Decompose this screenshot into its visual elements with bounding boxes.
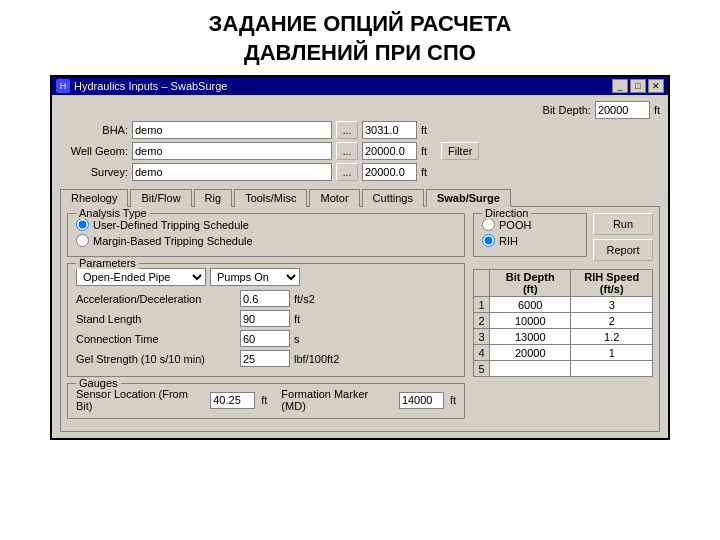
formation-label: Formation Marker (MD)	[281, 388, 393, 412]
radio-user-defined[interactable]	[76, 218, 89, 231]
table-bit-depth-cell[interactable]	[490, 329, 571, 345]
window-icon: H	[56, 79, 70, 93]
sensor-unit: ft	[261, 394, 267, 406]
stand-unit: ft	[294, 313, 334, 325]
table-bit-depth-cell[interactable]	[490, 345, 571, 361]
direction-label: Direction	[482, 207, 531, 219]
bha-browse-button[interactable]: ...	[336, 121, 358, 139]
bha-unit: ft	[421, 124, 437, 136]
radio-rih-row: RIH	[482, 234, 578, 247]
radio-user-defined-label: User-Defined Tripping Schedule	[93, 219, 249, 231]
filter-button[interactable]: Filter	[441, 142, 479, 160]
bit-depth-label: Bit Depth:	[543, 104, 591, 116]
table-depth-input[interactable]	[503, 347, 558, 359]
tab-columns: Analysis Type User-Defined Tripping Sche…	[67, 213, 653, 425]
analysis-type-label: Analysis Type	[76, 207, 150, 219]
table-depth-input[interactable]	[503, 315, 558, 327]
accel-input[interactable]	[240, 290, 290, 307]
radio-pooh-row: POOH	[482, 218, 578, 231]
table-row: 1	[474, 297, 653, 313]
table-row-num: 1	[474, 297, 490, 313]
table-speed-input[interactable]	[592, 347, 632, 359]
well-geom-label: Well Geom:	[60, 145, 128, 157]
table-speed-cell[interactable]	[571, 313, 653, 329]
bit-depth-input[interactable]	[595, 101, 650, 119]
page-title: ЗАДАНИЕ ОПЦИЙ РАСЧЕТА ДАВЛЕНИЙ ПРИ СПО	[0, 10, 720, 67]
tabs-bar: Rheology Bit/Flow Rig Tools/Misc Motor C…	[60, 189, 660, 207]
table-bit-depth-cell[interactable]	[490, 361, 571, 377]
table-bit-depth-cell[interactable]	[490, 313, 571, 329]
survey-browse-button[interactable]: ...	[336, 163, 358, 181]
table-speed-input[interactable]	[592, 331, 632, 343]
radio-user-defined-row: User-Defined Tripping Schedule	[76, 218, 456, 231]
pipe-pumps-row: Open-Ended PipeClosed Pipe Pumps OnPumps…	[76, 268, 456, 286]
well-geom-input[interactable]	[132, 142, 332, 160]
table-speed-cell[interactable]	[571, 329, 653, 345]
run-button[interactable]: Run	[593, 213, 653, 235]
survey-input[interactable]	[132, 163, 332, 181]
gel-unit: lbf/100ft2	[294, 353, 339, 365]
tab-swab-surge[interactable]: Swab/Surge	[426, 189, 511, 207]
radio-margin-based-label: Margin-Based Tripping Schedule	[93, 235, 253, 247]
titlebar-controls[interactable]: _ □ ✕	[612, 79, 664, 93]
table-speed-cell[interactable]	[571, 361, 653, 377]
radio-pooh-label: POOH	[499, 219, 531, 231]
conn-input[interactable]	[240, 330, 290, 347]
table-row: 2	[474, 313, 653, 329]
table-row: 3	[474, 329, 653, 345]
tab-cuttings[interactable]: Cuttings	[362, 189, 424, 207]
accel-label: Acceleration/Deceleration	[76, 293, 236, 305]
stand-row: Stand Length ft	[76, 310, 456, 327]
well-geom-depth-input[interactable]	[362, 142, 417, 160]
table-row-num-header	[474, 270, 490, 297]
tab-bitflow[interactable]: Bit/Flow	[130, 189, 191, 207]
analysis-type-group: Analysis Type User-Defined Tripping Sche…	[67, 213, 465, 257]
tab-motor[interactable]: Motor	[309, 189, 359, 207]
conn-unit: s	[294, 333, 334, 345]
parameters-group: Parameters Open-Ended PipeClosed Pipe Pu…	[67, 263, 465, 377]
window-title: Hydraulics Inputs – SwabSurge	[74, 80, 227, 92]
formation-input[interactable]	[399, 392, 444, 409]
well-geom-browse-button[interactable]: ...	[336, 142, 358, 160]
survey-row: Survey: ... ft	[60, 163, 660, 181]
sensor-input[interactable]	[210, 392, 255, 409]
tab-tools-misc[interactable]: Tools/Misc	[234, 189, 307, 207]
direction-group: Direction POOH RIH	[473, 213, 587, 257]
radio-pooh[interactable]	[482, 218, 495, 231]
table-depth-input[interactable]	[503, 299, 558, 311]
stand-input[interactable]	[240, 310, 290, 327]
table-bit-depth-cell[interactable]	[490, 297, 571, 313]
table-speed-cell[interactable]	[571, 297, 653, 313]
table-row-num: 4	[474, 345, 490, 361]
pipe-type-select[interactable]: Open-Ended PipeClosed Pipe	[76, 268, 206, 286]
well-geom-row: Well Geom: ... ft Filter	[60, 142, 660, 160]
gel-input[interactable]	[240, 350, 290, 367]
hydraulics-window: H Hydraulics Inputs – SwabSurge _ □ ✕ Bi…	[50, 75, 670, 440]
run-report-col: Run Report	[593, 213, 653, 261]
radio-margin-based[interactable]	[76, 234, 89, 247]
bha-depth-input[interactable]	[362, 121, 417, 139]
radio-rih[interactable]	[482, 234, 495, 247]
report-button[interactable]: Report	[593, 239, 653, 261]
table-speed-input[interactable]	[592, 299, 632, 311]
conn-row: Connection Time s	[76, 330, 456, 347]
table-speed-cell[interactable]	[571, 345, 653, 361]
tab-rig[interactable]: Rig	[194, 189, 233, 207]
table-row-num: 5	[474, 361, 490, 377]
close-button[interactable]: ✕	[648, 79, 664, 93]
bha-input[interactable]	[132, 121, 332, 139]
table-bit-depth-header: Bit Depth(ft)	[490, 270, 571, 297]
bha-label: BHA:	[60, 124, 128, 136]
maximize-button[interactable]: □	[630, 79, 646, 93]
table-speed-input[interactable]	[592, 315, 632, 327]
minimize-button[interactable]: _	[612, 79, 628, 93]
radio-rih-label: RIH	[499, 235, 518, 247]
table-depth-input[interactable]	[503, 331, 558, 343]
pumps-select[interactable]: Pumps OnPumps Off	[210, 268, 300, 286]
tab-rheology[interactable]: Rheology	[60, 189, 128, 207]
survey-depth-input[interactable]	[362, 163, 417, 181]
stand-label: Stand Length	[76, 313, 236, 325]
conn-label: Connection Time	[76, 333, 236, 345]
gauges-label: Gauges	[76, 377, 121, 389]
table-row-num: 3	[474, 329, 490, 345]
